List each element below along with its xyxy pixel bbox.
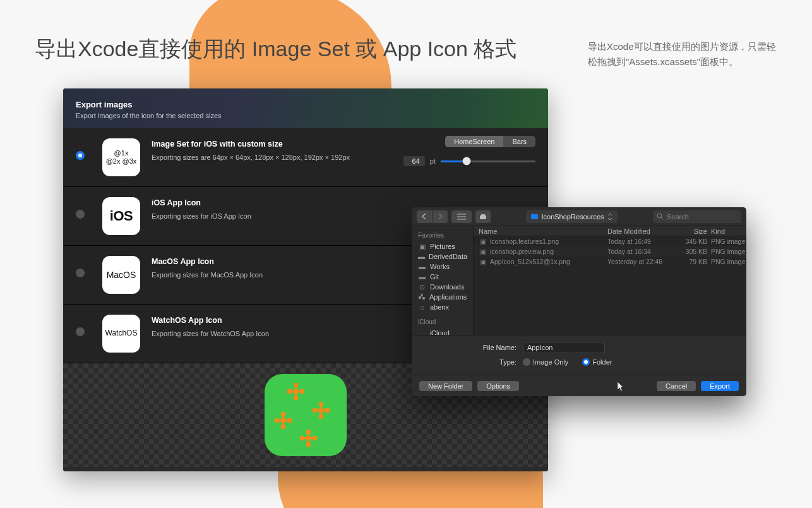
search-input[interactable]: Search (653, 210, 741, 223)
segment-bars[interactable]: Bars (503, 136, 535, 147)
svg-rect-33 (307, 440, 309, 443)
file-row[interactable]: ▣ iconshop.features1.png Today at 16:49 … (474, 236, 746, 246)
svg-line-39 (662, 218, 664, 220)
thumb-ios: iOS (102, 197, 140, 235)
app-icon-preview (265, 374, 347, 456)
save-toolbar: IconShopResources Search (412, 207, 746, 226)
sidebar-item-deriveddata[interactable]: ▬DerivedData (412, 251, 473, 262)
export-footer: Cancel Export (63, 467, 548, 471)
svg-rect-0 (294, 383, 298, 387)
dialog-cancel-button[interactable]: Cancel (657, 381, 696, 391)
svg-rect-20 (275, 418, 279, 423)
segment-control[interactable]: HomeScreen Bars (445, 136, 535, 147)
sidebar-item-git[interactable]: ▬Git (412, 272, 473, 282)
svg-rect-10 (319, 408, 323, 413)
page-description: 导出Xcode可以直接使用的图片资源，只需轻松拖拽到"Assets.xcasse… (588, 39, 777, 70)
folder-icon: ▬ (418, 263, 426, 270)
svg-rect-6 (295, 394, 297, 396)
view-list-button[interactable] (451, 210, 472, 223)
svg-rect-24 (282, 423, 284, 425)
svg-rect-14 (320, 406, 322, 409)
slider-value: 64 (403, 156, 425, 166)
svg-rect-27 (306, 430, 311, 434)
filename-input[interactable] (523, 342, 605, 353)
sidebar-section-favorites: Favorites (412, 229, 473, 241)
svg-rect-18 (281, 412, 285, 416)
nav-back-button[interactable] (417, 210, 432, 223)
svg-rect-9 (319, 402, 323, 406)
svg-rect-7 (292, 390, 294, 392)
page-title: 导出Xcode直接使用的 Image Set 或 App Icon 格式 (35, 35, 516, 64)
folder-icon (531, 214, 538, 219)
type-label: Type: (422, 358, 516, 366)
image-icon: ▣ (479, 248, 487, 255)
sidebar-item-home[interactable]: ⌂abenx (412, 302, 473, 312)
col-kind[interactable]: Kind (711, 227, 746, 235)
svg-rect-2 (287, 389, 292, 394)
location-dropdown[interactable]: IconShopResources (526, 210, 617, 223)
svg-rect-12 (325, 408, 330, 413)
svg-rect-32 (307, 434, 309, 437)
col-date[interactable]: Date Modified (607, 227, 674, 235)
sidebar-item-works[interactable]: ▬Works (412, 262, 473, 272)
svg-rect-15 (320, 413, 322, 415)
new-folder-button[interactable]: New Folder (419, 381, 472, 391)
svg-rect-1 (294, 389, 298, 394)
segment-homescreen[interactable]: HomeScreen (445, 136, 503, 147)
svg-rect-30 (313, 436, 317, 440)
save-dialog-footer: New Folder Options Cancel Export (412, 375, 746, 396)
image-icon: ▣ (479, 238, 487, 245)
type-folder[interactable]: Folder (582, 358, 612, 366)
file-list: Name Date Modified Size Kind ▣ iconshop.… (474, 226, 746, 335)
thumb-macos: MacOS (102, 256, 140, 294)
file-row[interactable]: ▣ AppIcon_512x512@1x.png Yesterday at 22… (474, 257, 746, 267)
svg-rect-34 (304, 437, 307, 439)
thumb-imageset: @1x @2x @3x (102, 138, 140, 176)
svg-rect-21 (287, 418, 292, 423)
export-option-imageset[interactable]: @1x @2x @3x Image Set for iOS with custo… (63, 128, 548, 187)
file-row[interactable]: ▣ iconshop.preview.png Today at 16:34 30… (474, 246, 746, 257)
slider-track[interactable] (441, 160, 535, 162)
thumb-watchos: WatchOS (102, 315, 140, 353)
filename-label: File Name: (422, 344, 516, 351)
slider-unit: pt (430, 157, 436, 165)
svg-rect-8 (298, 390, 301, 392)
radio-ios[interactable] (76, 210, 85, 219)
view-icon-button[interactable] (475, 210, 491, 223)
col-size[interactable]: Size (674, 227, 711, 235)
svg-rect-5 (295, 387, 297, 390)
svg-rect-22 (281, 425, 285, 429)
svg-rect-28 (306, 436, 311, 440)
svg-rect-26 (285, 420, 288, 421)
folder-icon: ▬ (418, 274, 426, 281)
svg-rect-11 (313, 408, 317, 413)
folder-icon: ▬ (418, 253, 425, 260)
radio-watchos[interactable] (76, 327, 85, 336)
type-image-only[interactable]: Image Only (523, 358, 568, 366)
svg-rect-3 (300, 389, 304, 394)
dialog-export-button[interactable]: Export (701, 381, 739, 391)
save-dialog: IconShopResources Search Favorites ▣Pict… (412, 207, 746, 396)
image-icon: ▣ (479, 258, 487, 265)
sidebar-item-downloads[interactable]: ⊙Downloads (412, 282, 473, 292)
radio-macos[interactable] (76, 269, 85, 277)
size-slider[interactable]: 64 pt (403, 156, 535, 166)
folder-icon: ▣ (418, 243, 426, 250)
file-list-header: Name Date Modified Size Kind (474, 226, 746, 236)
svg-rect-35 (311, 437, 313, 439)
option-title: iOS App Icon (152, 198, 535, 207)
slider-knob[interactable] (462, 157, 470, 166)
sidebar-item-applications[interactable]: Applications (412, 292, 473, 302)
sidebar-item-icloud[interactable]: ☁iCloud Drive (412, 328, 473, 335)
radio-imageset[interactable] (76, 151, 85, 160)
svg-rect-25 (279, 420, 282, 421)
svg-rect-37 (481, 214, 485, 216)
col-name[interactable]: Name (474, 227, 607, 235)
export-header: Export images Export images of the icon … (63, 88, 548, 128)
sidebar-item-pictures[interactable]: ▣Pictures (412, 241, 473, 251)
export-header-title: Export images (76, 100, 535, 109)
nav-forward-button[interactable] (433, 210, 448, 223)
location-label: IconShopResources (541, 213, 604, 221)
apps-icon (418, 294, 426, 301)
options-button[interactable]: Options (477, 381, 519, 391)
